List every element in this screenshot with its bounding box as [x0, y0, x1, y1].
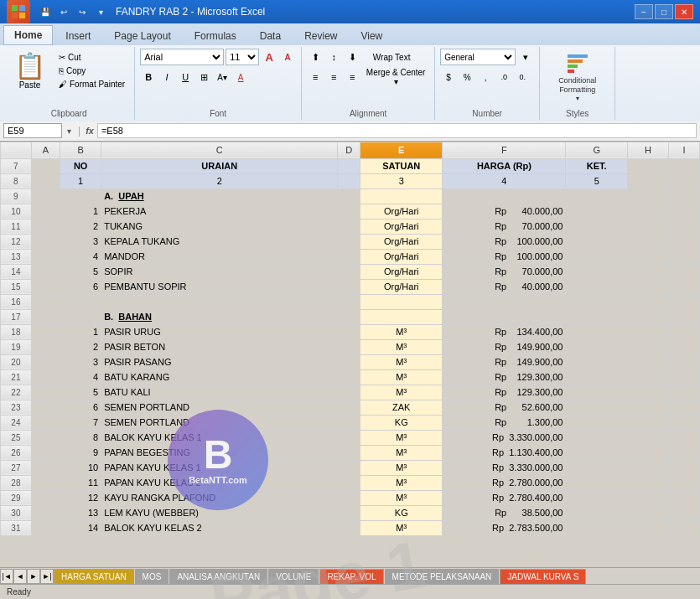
- cell-e24[interactable]: KG: [360, 415, 443, 430]
- cell-i30[interactable]: [669, 505, 700, 520]
- cell-i28[interactable]: [669, 475, 700, 490]
- cell-a24[interactable]: [31, 415, 60, 430]
- cell-a16[interactable]: [31, 294, 60, 309]
- first-sheet-button[interactable]: |◄: [0, 569, 13, 584]
- cell-a22[interactable]: [31, 385, 60, 400]
- cell-d10[interactable]: [338, 204, 360, 219]
- undo-button[interactable]: ↩: [55, 4, 72, 19]
- col-header-g[interactable]: G: [566, 142, 628, 158]
- copy-button[interactable]: ⎘ Copy: [54, 65, 129, 77]
- cell-a18[interactable]: [31, 324, 60, 339]
- col-header-a[interactable]: A: [31, 142, 60, 158]
- cell-d17[interactable]: [338, 309, 360, 324]
- cell-f15[interactable]: Rp 40.000,00: [443, 279, 566, 294]
- cell-d30[interactable]: [338, 505, 360, 520]
- currency-button[interactable]: $: [440, 69, 457, 85]
- cell-g22[interactable]: [566, 385, 628, 400]
- cell-e16[interactable]: [360, 294, 443, 309]
- cell-c12[interactable]: KEPALA TUKANG: [101, 234, 338, 249]
- cell-a13[interactable]: [31, 249, 60, 264]
- cell-b22[interactable]: 5: [60, 385, 101, 400]
- cell-d28[interactable]: [338, 475, 360, 490]
- cell-e23[interactable]: ZAK: [360, 400, 443, 415]
- cell-e7[interactable]: SATUAN: [360, 158, 443, 173]
- bold-button[interactable]: B: [140, 69, 157, 85]
- cell-e25[interactable]: M³: [360, 430, 443, 445]
- cell-b25[interactable]: 8: [60, 430, 101, 445]
- cell-d7[interactable]: [338, 158, 360, 173]
- cell-h31[interactable]: [628, 520, 669, 535]
- cell-e27[interactable]: M³: [360, 460, 443, 475]
- cell-h20[interactable]: [628, 354, 669, 369]
- cell-b23[interactable]: 6: [60, 400, 101, 415]
- cell-reference-box[interactable]: E59: [3, 123, 62, 138]
- cell-a27[interactable]: [31, 460, 60, 475]
- cell-d23[interactable]: [338, 400, 360, 415]
- cell-i8[interactable]: [669, 173, 700, 188]
- cell-a10[interactable]: [31, 204, 60, 219]
- cell-a31[interactable]: [31, 520, 60, 535]
- cell-a15[interactable]: [31, 279, 60, 294]
- next-sheet-button[interactable]: ►: [27, 569, 40, 584]
- fx-icon[interactable]: fx: [86, 126, 94, 136]
- cell-h8[interactable]: [628, 173, 669, 188]
- cell-c10[interactable]: PEKERJA: [101, 204, 338, 219]
- cell-e11[interactable]: Org/Hari: [360, 219, 443, 234]
- cell-b24[interactable]: 7: [60, 415, 101, 430]
- cell-a20[interactable]: [31, 354, 60, 369]
- cell-g13[interactable]: [566, 249, 628, 264]
- cell-g10[interactable]: [566, 204, 628, 219]
- cell-h7[interactable]: [628, 158, 669, 173]
- cell-c25[interactable]: BALOK KAYU KELAS 1: [101, 430, 338, 445]
- cell-d26[interactable]: [338, 445, 360, 460]
- formula-expand-button[interactable]: ▾: [65, 127, 73, 136]
- underline-button[interactable]: U: [177, 69, 194, 85]
- cell-d14[interactable]: [338, 264, 360, 279]
- cell-e18[interactable]: M³: [360, 324, 443, 339]
- cell-i10[interactable]: [669, 204, 700, 219]
- cell-c24[interactable]: SEMEN PORTLAND: [101, 415, 338, 430]
- cell-g21[interactable]: [566, 369, 628, 385]
- cell-d25[interactable]: [338, 430, 360, 445]
- cell-a8[interactable]: [31, 173, 60, 188]
- font-color-button[interactable]: A: [232, 69, 249, 85]
- tab-insert[interactable]: Insert: [54, 25, 101, 45]
- cell-h19[interactable]: [628, 339, 669, 354]
- cell-c30[interactable]: LEM KAYU (WEBBER): [101, 505, 338, 520]
- cell-f18[interactable]: Rp 134.400,00: [443, 324, 566, 339]
- cell-f25[interactable]: Rp 3.330.000,00: [443, 430, 566, 445]
- cell-a29[interactable]: [31, 490, 60, 505]
- cell-i22[interactable]: [669, 385, 700, 400]
- cell-e8[interactable]: 3: [360, 173, 443, 188]
- cell-f19[interactable]: Rp 149.900,00: [443, 339, 566, 354]
- redo-button[interactable]: ↪: [74, 4, 91, 19]
- cell-i31[interactable]: [669, 520, 700, 535]
- cell-f17[interactable]: [443, 309, 566, 324]
- cell-b11[interactable]: 2: [60, 219, 101, 234]
- col-header-i[interactable]: I: [669, 142, 700, 158]
- cell-f8[interactable]: 4: [443, 173, 566, 188]
- cell-d12[interactable]: [338, 234, 360, 249]
- paste-button[interactable]: 📋 Paste: [8, 49, 51, 92]
- cell-f21[interactable]: Rp 129.300,00: [443, 369, 566, 385]
- align-bottom-button[interactable]: ⬇: [344, 49, 360, 65]
- cell-g16[interactable]: [566, 294, 628, 309]
- cell-h26[interactable]: [628, 445, 669, 460]
- cell-b10[interactable]: 1: [60, 204, 101, 219]
- col-header-f[interactable]: F: [443, 142, 566, 158]
- cell-d29[interactable]: [338, 490, 360, 505]
- cell-g28[interactable]: [566, 475, 628, 490]
- cell-a21[interactable]: [31, 369, 60, 385]
- cell-c15[interactable]: PEMBANTU SOPIR: [101, 279, 338, 294]
- cell-d24[interactable]: [338, 415, 360, 430]
- minimize-button[interactable]: −: [635, 4, 653, 19]
- cell-f12[interactable]: Rp 100.000,00: [443, 234, 566, 249]
- cell-a9[interactable]: [31, 188, 60, 204]
- cell-c23[interactable]: SEMEN PORTLAND: [101, 400, 338, 415]
- cell-b13[interactable]: 4: [60, 249, 101, 264]
- cell-c31[interactable]: BALOK KAYU KELAS 2: [101, 520, 338, 535]
- cell-e26[interactable]: M³: [360, 445, 443, 460]
- cell-f7[interactable]: HARGA (Rp): [443, 158, 566, 173]
- cell-c13[interactable]: MANDOR: [101, 249, 338, 264]
- cell-g27[interactable]: [566, 460, 628, 475]
